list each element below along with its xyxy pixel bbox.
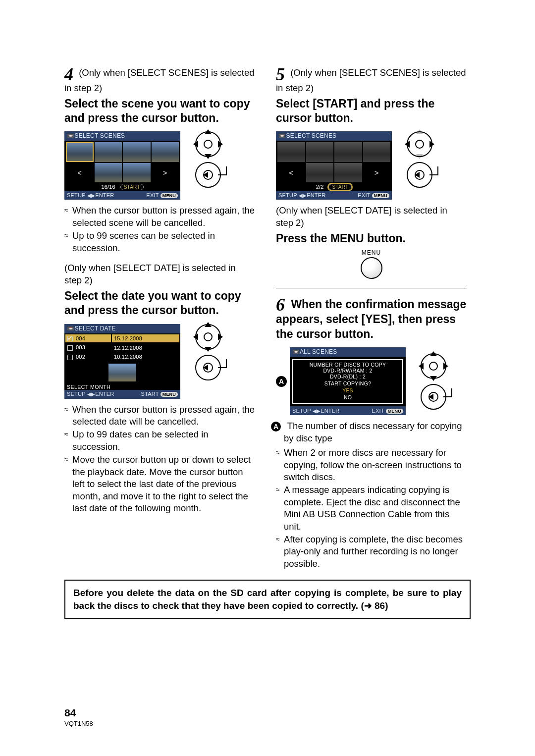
footer-menu: MENU <box>160 193 178 198</box>
callout-a-text: A The number of discs necessary for copy… <box>276 420 467 445</box>
step6-title: When the confirmation message appears, s… <box>276 298 466 340</box>
scene-thumb <box>306 142 334 162</box>
screen-header: SELECT SCENES <box>75 132 125 139</box>
page-footer: 84 VQT1N58 <box>64 707 93 727</box>
press-center-icon <box>407 162 432 188</box>
controls-illustration <box>195 131 221 188</box>
scene-thumb <box>306 163 334 183</box>
document-id: VQT1N58 <box>64 720 93 727</box>
note-item: When 2 or more discs are necessary for c… <box>276 447 467 483</box>
note-item: A message appears indicating copying is … <box>276 484 467 533</box>
step-5-menu: (Only when [SELECT DATE] is selected in … <box>276 205 467 278</box>
footer-enter: ENTER <box>307 192 325 198</box>
start-button-label: START <box>328 184 352 190</box>
step-6: 6 When the confirmation message appears,… <box>276 297 467 570</box>
scene-thumb <box>123 142 151 162</box>
date-preview-thumb <box>108 364 136 381</box>
dpad-icon <box>407 131 432 157</box>
date-row: 004 15.12.2008 <box>65 334 179 343</box>
footer-menu: MENU <box>372 193 389 198</box>
screen-header: ALL SCENES <box>300 348 337 355</box>
step4b-precondition: (Only when [SELECT DATE] is selected in … <box>64 262 255 287</box>
controls-illustration <box>407 131 432 188</box>
callout-a-icon: A <box>271 422 281 432</box>
right-column: 5 (Only when [SELECT SCENES] is selected… <box>276 67 467 571</box>
press-center-icon <box>195 162 221 188</box>
controls-illustration <box>421 353 446 410</box>
scene-thumb <box>95 142 122 162</box>
dpad-icon <box>421 353 446 379</box>
menu-button-icon <box>361 257 382 279</box>
step-number-6: 6 <box>276 297 285 313</box>
footer-enter: ENTER <box>321 408 339 414</box>
note-item: Up to 99 dates can be selected in succes… <box>64 429 255 453</box>
step5b-title: Press the MENU button. <box>276 231 467 246</box>
scene-thumb <box>363 142 391 162</box>
footer-exit: EXIT <box>146 192 159 198</box>
no-option: NO <box>344 394 352 400</box>
note-item: After copying is complete, the disc beco… <box>276 534 467 570</box>
scene-count: 2/2 <box>316 184 324 190</box>
dialog-line: DVD-R(DL) : 2 <box>295 374 400 379</box>
footer-setup: SETUP <box>278 192 297 198</box>
screen-header: SELECT SCENES <box>286 132 337 139</box>
checkbox-icon <box>67 345 73 351</box>
screen-header: SELECT DATE <box>75 325 116 332</box>
step4b-title: Select the date you want to copy and pre… <box>64 289 255 318</box>
confirm-copy-screen: 📼 ALL SCENES NUMBER OF DISCS TO COPY DVD… <box>290 347 406 415</box>
note-item: When the cursor button is pressed again,… <box>64 205 255 229</box>
yes-option: YES <box>342 387 353 393</box>
checkbox-icon <box>67 355 73 360</box>
step-number-4: 4 <box>64 67 73 82</box>
scene-thumb <box>66 142 94 162</box>
select-scenes-start-screen: 📼 SELECT SCENES < > 2/2 START <box>276 131 392 200</box>
select-date-screen: 📼 SELECT DATE 004 15.12.2008 003 12.12.2… <box>64 324 180 399</box>
footer-menu: MENU <box>386 409 403 414</box>
page-right-icon: > <box>363 163 391 183</box>
footer-setup: SETUP <box>67 192 85 198</box>
step5-title: Select [START] and press the cursor butt… <box>276 97 467 126</box>
scene-thumb <box>123 163 151 183</box>
footer-exit: EXIT <box>358 192 370 198</box>
scene-thumb <box>277 142 305 162</box>
press-center-icon <box>421 384 446 410</box>
note-item: When the cursor button is pressed again,… <box>64 404 255 428</box>
scene-thumb <box>334 163 362 183</box>
step-4-date: (Only when [SELECT DATE] is selected in … <box>64 262 255 514</box>
confirm-screen-wrap: A 📼 ALL SCENES NUMBER OF DISCS TO COPY D… <box>276 347 406 415</box>
page-left-icon: < <box>277 163 305 183</box>
dialog-line: START COPYING? <box>295 380 400 386</box>
footer-enter: ENTER <box>95 192 114 198</box>
checkbox-icon <box>67 336 73 341</box>
manual-page: 4 (Only when [SELECT SCENES] is selected… <box>0 0 535 619</box>
page-right-icon: > <box>152 163 179 183</box>
step-number-5: 5 <box>276 67 285 82</box>
callout-a-badge: A <box>276 376 287 387</box>
press-center-icon <box>195 355 221 380</box>
step-5: 5 (Only when [SELECT SCENES] is selected… <box>276 67 467 200</box>
select-month-label: SELECT MONTH <box>64 383 180 390</box>
step4b-notes: When the cursor button is pressed again,… <box>64 404 255 515</box>
footer-menu: MENU <box>160 392 178 397</box>
footer-enter: ENTER <box>95 391 114 397</box>
dialog-line: NUMBER OF DISCS TO COPY <box>295 362 400 368</box>
footer-exit: EXIT <box>372 408 384 414</box>
scene-count: 16/16 <box>101 184 115 190</box>
step5-precondition: (Only when [SELECT SCENES] is selected i… <box>276 67 466 93</box>
step4-precondition: (Only when [SELECT SCENES] is selected i… <box>64 67 255 93</box>
menu-button-figure: MENU <box>276 249 467 279</box>
start-label: START <box>141 391 159 397</box>
warning-box: Before you delete the data on the SD car… <box>64 580 471 619</box>
step5b-precondition: (Only when [SELECT DATE] is selected in … <box>276 205 467 229</box>
scene-thumb <box>334 142 362 162</box>
date-table: 004 15.12.2008 003 12.12.2008 002 10.12.… <box>64 333 180 362</box>
note-item: Up to 99 scenes can be selected in succe… <box>64 230 255 254</box>
left-column: 4 (Only when [SELECT SCENES] is selected… <box>64 67 255 571</box>
separator <box>276 288 467 288</box>
footer-setup: SETUP <box>67 391 85 397</box>
date-row: 002 10.12.2008 <box>65 353 179 361</box>
step-4: 4 (Only when [SELECT SCENES] is selected… <box>64 67 255 254</box>
dialog-box: NUMBER OF DISCS TO COPY DVD-R/RW/RAM : 2… <box>292 359 403 404</box>
scene-thumb <box>95 163 122 183</box>
start-button-label: START <box>120 184 144 190</box>
